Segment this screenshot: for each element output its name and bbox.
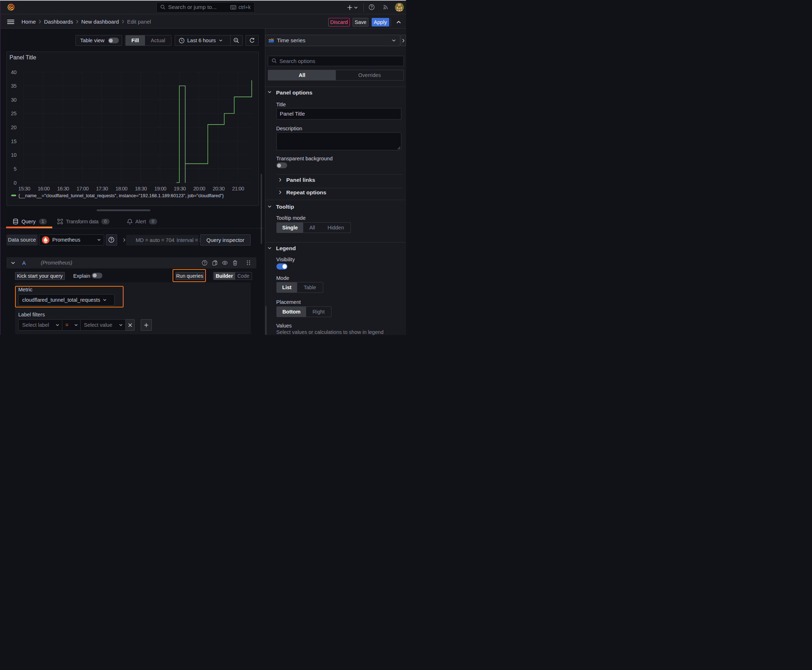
svg-text:25: 25 (11, 111, 17, 116)
svg-text:15: 15 (11, 138, 17, 144)
svg-text:18:00: 18:00 (115, 185, 127, 191)
svg-text:20: 20 (11, 125, 17, 130)
svg-text:17:30: 17:30 (96, 185, 108, 191)
svg-text:21:00: 21:00 (232, 185, 244, 191)
svg-text:40: 40 (11, 69, 17, 75)
svg-text:19:00: 19:00 (154, 185, 166, 191)
svg-text:{__name__="cloudflared_tunnel_: {__name__="cloudflared_tunnel_total_requ… (19, 193, 224, 198)
svg-text:10: 10 (11, 152, 17, 158)
svg-text:16:00: 16:00 (37, 185, 50, 191)
svg-text:35: 35 (11, 83, 17, 89)
svg-text:20:30: 20:30 (213, 185, 225, 191)
svg-text:20:00: 20:00 (193, 185, 205, 191)
svg-text:16:30: 16:30 (57, 185, 70, 191)
svg-text:0: 0 (14, 180, 17, 185)
svg-text:15:30: 15:30 (18, 185, 31, 191)
svg-text:5: 5 (14, 166, 17, 171)
svg-text:19:30: 19:30 (174, 185, 186, 191)
svg-text:17:00: 17:00 (76, 185, 89, 191)
svg-text:18:30: 18:30 (135, 185, 147, 191)
svg-text:30: 30 (11, 96, 17, 102)
